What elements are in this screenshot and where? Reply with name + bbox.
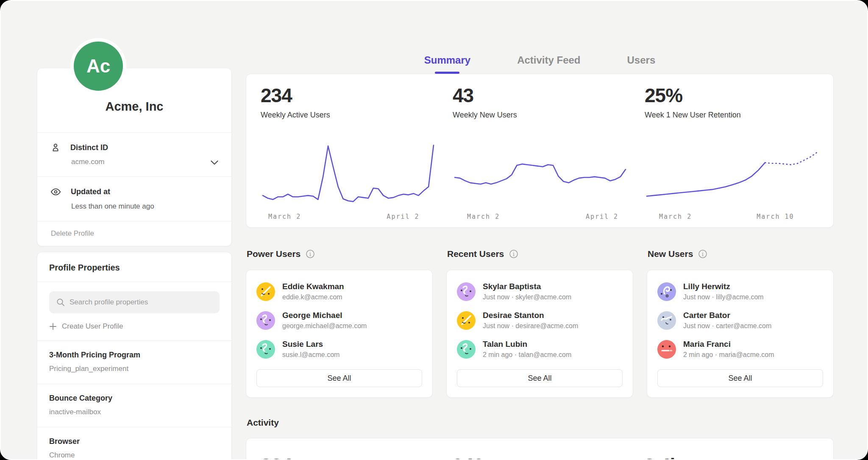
section-title: New Users [648, 249, 693, 259]
main-content: Summary Activity Feed Users 234 Weekly A… [246, 1, 834, 460]
property-row[interactable]: 3-Month Pricing Program Pricing_plan_exp… [37, 340, 231, 384]
user-name: Susie Lars [282, 340, 339, 349]
divider [37, 282, 231, 282]
user-row[interactable]: Lilly Herwitz Just now · lilly@acme.com [657, 282, 823, 301]
see-all-button[interactable]: See All [256, 369, 422, 387]
user-name: Desirae Stanton [483, 311, 578, 320]
user-row[interactable]: Desirae Stanton Just now · desirare@acme… [457, 311, 623, 330]
summary-card: 234 Weekly Active Users March 2 April 2 … [246, 74, 834, 228]
company-avatar-initials: Ac [74, 42, 123, 91]
user-avatar [256, 340, 275, 359]
eye-icon [50, 186, 61, 198]
user-name: Maria Franci [683, 340, 774, 349]
user-avatar [256, 282, 275, 301]
x-axis-labels: March 2 March 10 [645, 212, 820, 222]
weekly-active-users-chart [261, 136, 436, 208]
plus-icon [49, 323, 57, 330]
new-users-card: Lilly Herwitz Just now · lilly@acme.com … [647, 270, 834, 398]
activity-title: Activity [246, 418, 834, 428]
stat-value: 43 [453, 85, 628, 106]
app-frame: Ac Acme, Inc Distinct ID acme.com [0, 0, 868, 460]
stat-value: 25% [645, 85, 820, 106]
user-meta: Just now · desirare@acme.com [483, 322, 578, 330]
field-value: acme.com [71, 158, 218, 166]
recent-users-section: Recent Users i Skylar Baptista Just now … [446, 249, 633, 398]
company-name: Acme, Inc [37, 68, 231, 132]
property-name: Browser [49, 437, 220, 446]
user-sections: Power Users i Eddie Kwakman eddie.k@acme… [246, 249, 834, 398]
profile-properties-card: Profile Properties Create User Profile 3… [37, 252, 232, 460]
activity-card: 234 940 3.4k [246, 438, 834, 460]
user-row[interactable]: Carter Bator Just now · carter@acme.com [657, 311, 823, 330]
user-row[interactable]: Susie Lars susie.l@acme.com [256, 340, 422, 359]
user-avatar [657, 340, 676, 359]
company-avatar: Ac [70, 38, 126, 94]
user-meta: Just now · carter@acme.com [683, 322, 771, 330]
delete-profile-button[interactable]: Delete Profile [37, 221, 231, 246]
section-title: Power Users [247, 249, 300, 259]
weekly-new-users-chart [453, 136, 628, 208]
x-tick: March 2 [467, 213, 500, 220]
tab-activity-feed[interactable]: Activity Feed [517, 54, 580, 74]
user-row[interactable]: Eddie Kwakman eddie.k@acme.com [256, 282, 422, 301]
info-icon[interactable]: i [509, 249, 518, 259]
see-all-button[interactable]: See All [657, 369, 823, 387]
profile-card: Acme, Inc Distinct ID acme.com [37, 68, 232, 246]
search-profile-properties[interactable] [49, 291, 220, 313]
recent-users-card: Skylar Baptista Just now · skyler@acme.c… [446, 270, 633, 398]
svg-text:i: i [702, 251, 704, 257]
x-tick: April 2 [586, 213, 618, 220]
field-label: Distinct ID [70, 143, 108, 152]
create-user-profile-button[interactable]: Create User Profile [49, 322, 220, 331]
user-avatar [657, 282, 676, 301]
user-name: Lilly Herwitz [683, 282, 764, 291]
user-meta: Just now · skyler@acme.com [483, 293, 571, 301]
activity-stat: 3.4k [644, 455, 819, 460]
info-icon[interactable]: i [698, 249, 707, 259]
property-name: 3-Month Pricing Program [49, 351, 220, 360]
property-name: Bounce Category [49, 394, 220, 403]
updated-at-row: Updated at Less than one minute ago [37, 177, 231, 221]
user-meta: george.michael@acme.com [282, 322, 367, 330]
user-avatar [657, 311, 676, 330]
x-tick: March 2 [268, 213, 301, 220]
property-value: Pricing_plan_experiment [49, 365, 220, 373]
x-tick: March 2 [659, 213, 692, 220]
profile-properties-title: Profile Properties [37, 252, 231, 282]
tab-users[interactable]: Users [627, 54, 656, 74]
person-icon [50, 142, 61, 153]
tab-summary[interactable]: Summary [424, 54, 470, 74]
property-row[interactable]: Browser Chrome [37, 427, 231, 460]
stat-weekly-active-users: 234 Weekly Active Users March 2 April 2 [261, 85, 436, 222]
user-meta: susie.l@acme.com [282, 351, 339, 359]
x-tick: March 10 [757, 213, 794, 220]
user-meta: eddie.k@acme.com [282, 293, 344, 301]
see-all-button[interactable]: See All [457, 369, 623, 387]
user-row[interactable]: Talan Lubin 2 min ago · talan@acme.com [457, 340, 623, 359]
user-meta: Just now · lilly@acme.com [683, 293, 764, 301]
property-value: Chrome [49, 451, 220, 460]
svg-text:i: i [513, 251, 515, 257]
x-axis-labels: March 2 April 2 [261, 212, 436, 222]
power-users-section: Power Users i Eddie Kwakman eddie.k@acme… [246, 249, 433, 398]
property-value: inactive-mailbox [49, 408, 220, 416]
x-tick: April 2 [387, 213, 419, 220]
user-row[interactable]: Maria Franci 2 min ago · maria@acme.com [657, 340, 823, 359]
user-name: George Michael [282, 311, 367, 320]
user-row[interactable]: Skylar Baptista Just now · skyler@acme.c… [457, 282, 623, 301]
property-row[interactable]: Bounce Category inactive-mailbox [37, 384, 231, 427]
info-icon[interactable]: i [306, 249, 315, 259]
activity-stat: 940 [452, 455, 627, 460]
user-name: Carter Bator [683, 311, 771, 320]
tab-bar: Summary Activity Feed Users [246, 1, 834, 74]
user-row[interactable]: George Michael george.michael@acme.com [256, 311, 422, 330]
stat-week1-retention: 25% Week 1 New User Retention March 2 Ma… [645, 85, 820, 222]
user-avatar [457, 282, 476, 301]
user-meta: 2 min ago · maria@acme.com [683, 351, 774, 359]
chevron-down-icon[interactable] [210, 160, 219, 165]
user-avatar [457, 311, 476, 330]
power-users-card: Eddie Kwakman eddie.k@acme.com George Mi… [246, 270, 433, 398]
distinct-id-row[interactable]: Distinct ID acme.com [37, 133, 231, 176]
user-meta: 2 min ago · talan@acme.com [483, 351, 571, 359]
search-input[interactable] [70, 298, 213, 307]
